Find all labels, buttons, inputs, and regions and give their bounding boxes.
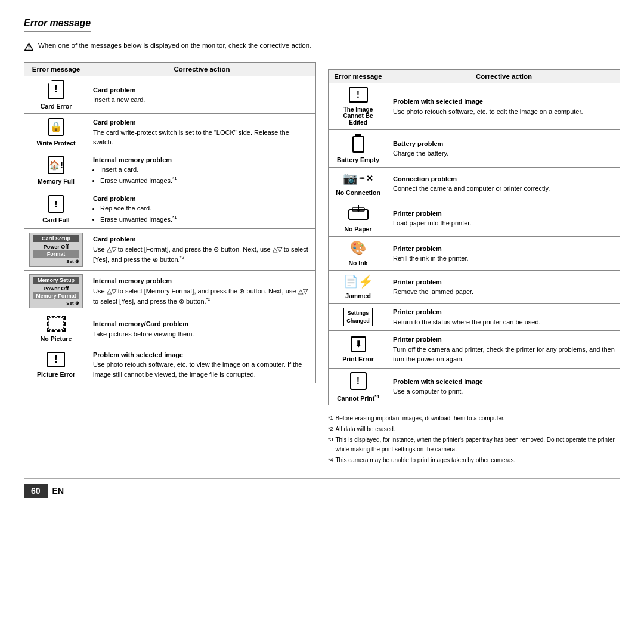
icon-cell-image-cannot-edit: ! The Image Cannot Be Edited <box>329 83 388 130</box>
page-number: 60 <box>24 484 48 498</box>
action-cell-no-connection: Connection problem Connect the camera an… <box>388 168 620 200</box>
action-cell-memory-full: Internal memory problem Insert a card. E… <box>88 151 316 190</box>
icon-cell-no-picture: No Picture <box>24 312 88 346</box>
icon-cell-battery-empty: Battery Empty <box>329 130 388 168</box>
icon-cell-write-protect: 🔒 Write Protect <box>24 114 88 151</box>
action-cell-settings-changed: Printer problem Return to the status whe… <box>388 304 620 331</box>
card-full-label: Card Full <box>42 216 70 224</box>
page-title: Error message <box>24 18 91 32</box>
memory-full-icon: 🏠! <box>48 156 64 174</box>
intro-text: ⚠ When one of the messages below is disp… <box>24 42 316 54</box>
action-cell-no-ink: Printer problem Refill the ink in the pr… <box>388 237 620 271</box>
left-col2-header: Corrective action <box>88 63 316 76</box>
table-row: 🎨 No Ink Printer problem Refill the ink … <box>329 237 620 271</box>
action-cell-memory-setup: Internal memory problem Use △▽ to select… <box>88 270 316 312</box>
picture-error-label: Picture Error <box>37 371 75 378</box>
right-table: Error message Corrective action ! The Im… <box>328 69 620 405</box>
page-container: Error message ⚠ When one of the messages… <box>24 18 620 498</box>
table-row: Battery Empty Battery problem Charge the… <box>329 130 620 168</box>
no-connection-label: No Connection <box>336 189 380 196</box>
icon-cell-no-connection: 📷 ••• ✕ No Connection <box>329 168 388 200</box>
footnote-1: *1 Before erasing important images, down… <box>328 414 620 423</box>
icon-cell-no-paper: No Paper <box>329 200 388 237</box>
right-section: Error message Corrective action ! The Im… <box>328 42 620 466</box>
icon-cell-memory-full: 🏠! Memory Full <box>24 151 88 190</box>
table-row: ⬇ Print Error Printer problem Turn off t… <box>329 331 620 369</box>
memory-full-label: Memory Full <box>38 178 75 185</box>
left-col1-header: Error message <box>24 63 88 76</box>
jammed-icon: 📄⚡ <box>343 274 373 289</box>
battery-empty-icon <box>352 134 364 153</box>
x-mark-icon: ✕ <box>366 174 373 183</box>
left-table: Error message Corrective action ! Card E… <box>24 62 316 383</box>
right-col1-header: Error message <box>329 70 388 83</box>
table-row: Card Setup Power Off Format Set ⊛ Card p… <box>24 228 316 270</box>
no-picture-icon <box>47 316 66 332</box>
table-row: 🏠! Memory Full Internal memory problem I… <box>24 151 316 190</box>
no-ink-icon: 🎨 <box>350 240 366 256</box>
action-cell-no-paper: Printer problem Load paper into the prin… <box>388 200 620 237</box>
write-protect-icon: 🔒 <box>48 118 64 136</box>
action-cell-picture-error: Problem with selected image Use photo re… <box>88 346 316 383</box>
camera-icon: 📷 <box>343 171 358 185</box>
table-row: SettingsChanged Printer problem Return t… <box>329 304 620 331</box>
table-row: 🔒 Write Protect Card problem The card wr… <box>24 114 316 151</box>
table-row: ! The Image Cannot Be Edited Problem wit… <box>329 83 620 130</box>
icon-cell-card-error: ! Card Error <box>24 76 88 114</box>
card-error-icon: ! <box>48 80 64 99</box>
cannot-print-label: Cannot Print*4 <box>337 394 379 402</box>
action-cell-print-error: Printer problem Turn off the camera and … <box>388 331 620 369</box>
cannot-print-icon: ! <box>350 372 367 390</box>
action-cell-card-error: Card problem Insert a new card. <box>88 76 316 114</box>
icon-cell-card-setup: Card Setup Power Off Format Set ⊛ <box>24 228 88 270</box>
table-row: ! Picture Error Problem with selected im… <box>24 346 316 383</box>
table-row: ! Card Error Card problem Insert a new c… <box>24 76 316 114</box>
icon-cell-no-ink: 🎨 No Ink <box>329 237 388 271</box>
icon-cell-settings-changed: SettingsChanged <box>329 304 388 331</box>
table-row: Memory Setup Power Off Memory Format Set… <box>24 270 316 312</box>
table-row: ! Cannot Print*4 Problem with selected i… <box>329 368 620 405</box>
page-number-bar: 60 EN <box>24 478 620 498</box>
icon-cell-memory-setup: Memory Setup Power Off Memory Format Set… <box>24 270 88 312</box>
action-cell-battery-empty: Battery problem Charge the battery. <box>388 130 620 168</box>
card-full-icon: ! <box>48 195 64 213</box>
image-cannot-edit-label: The Image Cannot Be Edited <box>333 106 383 126</box>
action-cell-card-full: Card problem Replace the card. Erase unw… <box>88 190 316 228</box>
action-cell-write-protect: Card problem The card write-protect swit… <box>88 114 316 151</box>
no-ink-label: No Ink <box>348 259 367 267</box>
memory-setup-menu-icon: Memory Setup Power Off Memory Format Set… <box>29 274 83 308</box>
svg-rect-0 <box>48 318 64 330</box>
right-col2-header: Corrective action <box>388 70 620 83</box>
icon-cell-card-full: ! Card Full <box>24 190 88 228</box>
table-row: No Picture Internal memory/Card problem … <box>24 312 316 346</box>
intro-icon: ⚠ <box>24 41 33 54</box>
icon-cell-picture-error: ! Picture Error <box>24 346 88 383</box>
page-suffix: EN <box>52 486 64 496</box>
action-cell-cannot-print: Problem with selected image Use a comput… <box>388 368 620 405</box>
no-connection-icon: 📷 ••• ✕ <box>343 171 373 185</box>
icon-cell-jammed: 📄⚡ Jammed <box>329 271 388 304</box>
no-paper-icon <box>348 204 369 222</box>
card-setup-menu-icon: Card Setup Power Off Format Set ⊛ <box>29 233 83 267</box>
picture-error-icon: ! <box>47 352 65 367</box>
left-section: ⚠ When one of the messages below is disp… <box>24 42 316 466</box>
jammed-label: Jammed <box>345 292 371 299</box>
footnote-4: *4 This camera may be unable to print im… <box>328 456 620 465</box>
print-error-icon: ⬇ <box>351 336 366 352</box>
action-cell-card-setup: Card problem Use △▽ to select [Format], … <box>88 228 316 270</box>
table-row: ! Card Full Card problem Replace the car… <box>24 190 316 228</box>
card-error-label: Card Error <box>41 103 72 110</box>
table-row: 📄⚡ Jammed Printer problem Remove the jam… <box>329 271 620 304</box>
table-row: No Paper Printer problem Load paper into… <box>329 200 620 237</box>
no-picture-label: No Picture <box>41 335 72 342</box>
icon-cell-cannot-print: ! Cannot Print*4 <box>329 368 388 405</box>
table-row: 📷 ••• ✕ No Connection Connection problem… <box>329 168 620 200</box>
footnote-3: *3 This is displayed, for instance, when… <box>328 435 620 454</box>
settings-changed-icon: SettingsChanged <box>343 308 373 326</box>
footnote-2: *2 All data will be erased. <box>328 425 620 434</box>
icon-cell-print-error: ⬇ Print Error <box>329 331 388 369</box>
action-cell-jammed: Printer problem Remove the jammed paper. <box>388 271 620 304</box>
print-error-label: Print Error <box>342 355 374 363</box>
footnotes: *1 Before erasing important images, down… <box>328 414 620 465</box>
battery-empty-label: Battery Empty <box>337 156 379 163</box>
